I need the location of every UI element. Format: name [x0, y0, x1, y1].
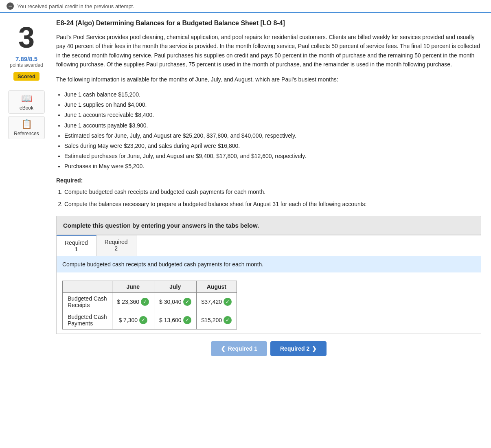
- cell-receipts-june: $ 23,360 ✓: [112, 292, 154, 311]
- tab-required-1[interactable]: Required1: [57, 235, 96, 256]
- col-header-july: July: [154, 281, 197, 292]
- check-icon: ✓: [224, 316, 232, 324]
- content-area: E8-24 (Algo) Determining Balances for a …: [53, 20, 491, 366]
- next-button[interactable]: Required 2 ❯: [270, 341, 327, 356]
- payments-june-value: $ 7,300: [118, 317, 138, 323]
- chevron-left-icon: ❮: [221, 345, 226, 352]
- sidebar-icons: 📖 eBook 📋 References: [8, 90, 45, 139]
- ebook-label: eBook: [20, 105, 33, 111]
- bullet-item: Estimated purchases for June, July, and …: [64, 151, 481, 161]
- points-value: 7.89/8.5: [10, 55, 43, 62]
- col-header-august: August: [196, 281, 237, 292]
- tab-description: Compute budgeted cash receipts and budge…: [62, 261, 263, 268]
- references-icon: 📋: [21, 119, 32, 130]
- table-wrapper: June July August Budgeted CashReceipts $…: [57, 272, 481, 334]
- data-table: June July August Budgeted CashReceipts $…: [62, 281, 237, 329]
- references-button[interactable]: 📋 References: [8, 116, 45, 139]
- main-layout: 3 7.89/8.5 points awarded Scored 📖 eBook…: [0, 13, 491, 366]
- bullet-item: June 1 cash balance $15,200.: [64, 90, 481, 100]
- check-icon: ✓: [183, 298, 191, 306]
- tab-content: Compute budgeted cash receipts and budge…: [57, 256, 481, 272]
- complete-box: Complete this question by entering your …: [56, 216, 481, 235]
- required-items: Compute budgeted cash receipts and budge…: [64, 187, 481, 209]
- minus-icon: −: [7, 2, 14, 10]
- bullet-item: Purchases in May were $5,200.: [64, 161, 481, 171]
- prev-button-label: Required 1: [228, 345, 257, 352]
- next-button-label: Required 2: [280, 345, 309, 352]
- question-title: E8-24 (Algo) Determining Balances for a …: [56, 20, 481, 27]
- complete-box-text: Complete this question by entering your …: [63, 222, 259, 229]
- required-item: Compute the balances necessary to prepar…: [64, 199, 481, 209]
- prev-button[interactable]: ❮ Required 1: [211, 341, 267, 356]
- ebook-icon: 📖: [21, 93, 32, 104]
- left-sidebar: 3 7.89/8.5 points awarded Scored 📖 eBook…: [0, 20, 53, 366]
- tabs-section: Required1 Required2 Compute budgeted cas…: [56, 235, 481, 334]
- scored-badge: Scored: [13, 72, 39, 81]
- payments-august-value: $15,200: [202, 317, 222, 323]
- row-label-receipts: Budgeted CashReceipts: [63, 292, 112, 311]
- banner-text: You received partial credit in the previ…: [17, 3, 134, 9]
- question-body-p1: Paul's Pool Service provides pool cleani…: [56, 33, 481, 69]
- bullet-item: June 1 accounts payable $3,900.: [64, 121, 481, 131]
- bullet-item: Sales during May were $23,200, and sales…: [64, 141, 481, 151]
- tab-required-2[interactable]: Required2: [96, 235, 136, 256]
- nav-buttons: ❮ Required 1 Required 2 ❯: [56, 341, 481, 356]
- row-label-payments: Budgeted CashPayments: [63, 311, 112, 329]
- points-block: 7.89/8.5 points awarded: [10, 55, 43, 68]
- check-icon: ✓: [224, 298, 232, 306]
- cell-receipts-august: $37,420 ✓: [196, 292, 237, 311]
- cell-receipts-july: $ 30,040 ✓: [154, 292, 197, 311]
- table-row: Budgeted CashReceipts $ 23,360 ✓ $ 30,04…: [63, 292, 237, 311]
- tabs-row: Required1 Required2: [57, 235, 481, 256]
- ebook-button[interactable]: 📖 eBook: [8, 90, 45, 114]
- col-header-label: [63, 281, 112, 292]
- check-icon: ✓: [139, 316, 147, 324]
- points-label: points awarded: [10, 62, 43, 68]
- bullet-list: June 1 cash balance $15,200.June 1 suppl…: [64, 90, 481, 172]
- receipts-july-value: $ 30,040: [159, 299, 182, 305]
- required-item: Compute budgeted cash receipts and budge…: [64, 187, 481, 197]
- cell-payments-june: $ 7,300 ✓: [112, 311, 154, 329]
- cell-payments-august: $15,200 ✓: [196, 311, 237, 329]
- col-header-june: June: [112, 281, 154, 292]
- question-body-p2: The following information is available f…: [56, 75, 481, 84]
- receipts-june-value: $ 23,360: [117, 299, 140, 305]
- top-banner: − You received partial credit in the pre…: [0, 0, 491, 13]
- payments-july-value: $ 13,600: [159, 317, 182, 323]
- references-label: References: [14, 131, 39, 136]
- table-row: Budgeted CashPayments $ 7,300 ✓ $ 13,600: [63, 311, 237, 329]
- question-number: 3: [18, 23, 35, 52]
- required-label: Required:: [56, 177, 481, 184]
- cell-payments-july: $ 13,600 ✓: [154, 311, 197, 329]
- bullet-item: Estimated sales for June, July, and Augu…: [64, 131, 481, 141]
- bullet-item: June 1 supplies on hand $4,000.: [64, 100, 481, 110]
- chevron-right-icon: ❯: [312, 345, 317, 352]
- bullet-item: June 1 accounts receivable $8,400.: [64, 110, 481, 120]
- check-icon: ✓: [183, 316, 191, 324]
- receipts-august-value: $37,420: [202, 299, 222, 305]
- check-icon: ✓: [141, 298, 149, 306]
